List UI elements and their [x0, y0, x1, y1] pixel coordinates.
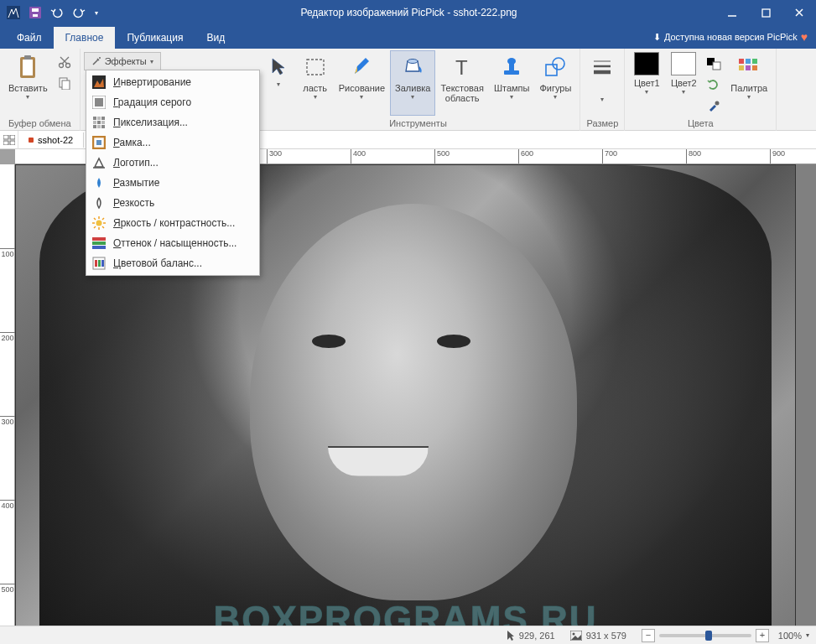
svg-rect-42 — [97, 117, 101, 120]
zoom-controls: − + 100% ▾ — [642, 629, 809, 642]
draw-tool[interactable]: Рисование ▾ — [334, 50, 390, 116]
document-tab-label: sshot-22 — [38, 135, 73, 145]
svg-point-27 — [715, 101, 720, 106]
update-available-link[interactable]: ⬇ Доступна новая версия PicPick ♥ — [653, 30, 816, 49]
menu-item-label: Градация серого — [113, 96, 191, 108]
stamps-tool[interactable]: Штампы ▾ — [489, 50, 535, 116]
color1-button[interactable]: Цвет1 ▾ — [628, 50, 665, 116]
zoom-dropdown[interactable]: ▾ — [806, 631, 809, 639]
wand-icon — [91, 56, 101, 66]
image-icon — [570, 631, 582, 641]
svg-rect-2 — [32, 8, 39, 12]
tab-home[interactable]: Главное — [54, 27, 116, 49]
svg-rect-34 — [3, 135, 8, 139]
menu-item-icon — [91, 216, 107, 231]
undo-button[interactable] — [47, 3, 67, 23]
svg-rect-29 — [746, 59, 751, 64]
svg-rect-41 — [93, 117, 96, 120]
group-size: ▾ Размер — [580, 49, 625, 131]
cursor-icon — [506, 630, 515, 641]
palette-button[interactable]: Палитра ▾ — [725, 50, 772, 116]
menu-item-label: Пикселизация... — [113, 117, 188, 128]
app-icon[interactable] — [3, 3, 23, 23]
tab-publish[interactable]: Публикация — [115, 27, 195, 49]
effects-dropdown-button[interactable]: Эффекты ▾ — [84, 52, 161, 70]
swap-colors-button[interactable] — [704, 54, 724, 74]
fill-tool[interactable]: Заливка ▾ — [390, 50, 435, 116]
image-content — [250, 204, 577, 600]
svg-rect-45 — [97, 121, 101, 124]
pointer-tool[interactable]: ▾ — [260, 50, 297, 116]
color2-button[interactable]: Цвет2 ▾ — [665, 50, 702, 116]
svg-rect-47 — [93, 125, 96, 128]
paste-button[interactable]: Вставить ▾ — [3, 50, 53, 116]
svg-rect-43 — [101, 117, 105, 120]
effects-menu-item[interactable]: Рамка... — [88, 132, 257, 153]
svg-rect-31 — [739, 65, 744, 70]
effects-menu-item[interactable]: Пикселизация... — [88, 112, 257, 132]
svg-rect-64 — [92, 246, 106, 249]
effects-menu-item[interactable]: Резкость — [88, 193, 257, 213]
copy-button[interactable] — [55, 73, 75, 93]
svg-rect-19 — [504, 70, 519, 75]
svg-rect-63 — [92, 242, 106, 245]
text-tool[interactable]: T Текстовая область — [435, 50, 488, 116]
effects-menu-item[interactable]: Размытие — [88, 173, 257, 193]
zoom-thumb[interactable] — [705, 631, 712, 641]
svg-rect-32 — [746, 65, 751, 70]
redo-button[interactable] — [69, 3, 89, 23]
window-layout-button[interactable] — [0, 131, 18, 149]
maximize-button[interactable] — [749, 0, 782, 25]
group-tools: ▾ ласть ▾ Рисование ▾ Заливка — [257, 49, 581, 131]
document-tab[interactable]: sshot-22 — [18, 132, 84, 148]
close-button[interactable] — [782, 0, 816, 25]
vertical-ruler[interactable]: 100200300400500 — [0, 164, 15, 626]
line-width-button[interactable]: ▾ — [584, 50, 621, 116]
menu-item-icon — [91, 256, 107, 271]
menu-item-icon — [91, 115, 107, 130]
menu-item-label: Инвертирование — [113, 76, 191, 88]
eyedropper-button[interactable] — [704, 96, 724, 116]
cut-button[interactable] — [55, 52, 75, 72]
effects-menu-item[interactable]: Оттенок / насыщенность... — [88, 233, 257, 253]
menu-item-label: Яркость / контрастность... — [113, 217, 235, 229]
effects-menu-item[interactable]: Цветовой баланс... — [88, 253, 257, 273]
svg-rect-67 — [98, 260, 101, 267]
minimize-button[interactable] — [715, 0, 749, 25]
pencil-icon — [348, 54, 375, 80]
image-size: 931 x 579 — [570, 631, 626, 641]
tab-file[interactable]: Файл — [5, 27, 54, 49]
shapes-tool[interactable]: Фигуры ▾ — [534, 50, 576, 116]
save-button[interactable] — [25, 3, 45, 23]
zoom-in-button[interactable]: + — [756, 629, 769, 642]
pointer-icon — [265, 54, 292, 80]
download-icon: ⬇ — [653, 32, 661, 43]
svg-rect-35 — [10, 135, 15, 139]
color2-swatch — [671, 52, 696, 75]
menu-item-label: Резкость — [113, 197, 154, 209]
color1-swatch — [634, 52, 659, 75]
svg-rect-28 — [739, 59, 744, 64]
svg-rect-40 — [95, 98, 103, 106]
shapes-icon — [542, 54, 569, 80]
effects-menu-item[interactable]: Инвертирование — [88, 72, 257, 92]
tab-view[interactable]: Вид — [195, 27, 236, 49]
svg-rect-12 — [62, 80, 70, 90]
effects-menu-item[interactable]: Яркость / контрастность... — [88, 213, 257, 233]
zoom-value: 100% — [773, 631, 802, 641]
svg-point-9 — [59, 64, 63, 68]
svg-point-17 — [507, 58, 516, 65]
effects-menu-item[interactable]: Логотип... — [88, 153, 257, 173]
menu-item-label: Оттенок / насыщенность... — [113, 237, 236, 249]
stamp-icon — [498, 54, 525, 80]
switch-colors-button[interactable] — [704, 75, 724, 95]
watermark-text: BOXPROGRAMS.RU — [213, 599, 597, 626]
select-tool[interactable]: ласть ▾ — [297, 50, 334, 116]
menu-item-icon — [91, 195, 107, 210]
svg-rect-46 — [101, 121, 105, 124]
zoom-slider[interactable] — [659, 634, 751, 637]
qat-dropdown[interactable]: ▾ — [91, 3, 102, 23]
zoom-out-button[interactable]: − — [642, 629, 655, 642]
text-icon: T — [449, 54, 476, 80]
effects-menu-item[interactable]: Градация серого — [88, 92, 257, 112]
